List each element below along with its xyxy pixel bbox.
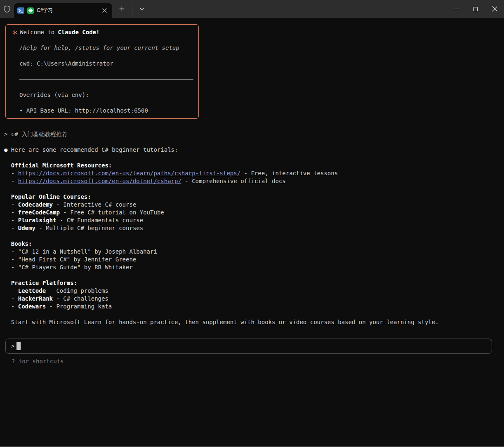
text-segment: - Free, interactive lessons xyxy=(240,170,338,176)
blank-line xyxy=(4,271,504,279)
list-item: - Codecademy - Interactive C# course xyxy=(4,201,504,209)
maximize-icon xyxy=(473,7,478,11)
text-segment: - Free C# tutorial on YouTube xyxy=(60,209,164,216)
section-heading: Practice Platforms: xyxy=(4,279,504,287)
text-cursor xyxy=(16,342,21,350)
text-segment: - xyxy=(4,209,18,216)
text-segment: Pluralsight xyxy=(18,217,57,224)
text-segment: LeetCode xyxy=(18,287,46,294)
text-segment: Books: xyxy=(11,240,32,247)
powershell-icon xyxy=(17,7,24,14)
shortcuts-hint: ? for shortcuts xyxy=(12,358,504,365)
text-segment: - "Head First C#" by Jennifer Greene xyxy=(4,256,136,263)
close-button[interactable] xyxy=(485,0,504,18)
maximize-button[interactable] xyxy=(466,0,485,18)
section-heading: Popular Online Courses: xyxy=(4,193,504,201)
terminal-content: Welcome to Claude Code! /help for help, … xyxy=(0,18,504,446)
claude-star-icon xyxy=(12,30,17,35)
list-item: - "Head First C#" by Jennifer Greene xyxy=(4,256,504,263)
list-item: - HackerRank - C# challenges xyxy=(4,295,504,303)
minimize-icon xyxy=(455,9,459,9)
closing-line: Start with Microsoft Learn for hands-on … xyxy=(4,318,504,326)
text-segment: Codewars xyxy=(18,303,46,310)
text-segment: Here are some recommended C# beginner tu… xyxy=(11,146,178,153)
text-segment: > xyxy=(4,131,11,137)
welcome-title-line: Welcome to Claude Code! xyxy=(12,28,195,36)
text-segment: - Comprehensive official docs xyxy=(181,178,286,184)
text-segment xyxy=(4,240,11,247)
list-item: - "C# 12 in a Nutshell" by Joseph Albaha… xyxy=(4,248,504,256)
titlebar-separator xyxy=(132,6,132,14)
tab-dropdown-button[interactable] xyxy=(136,3,148,15)
text-segment: - Coding problems xyxy=(46,287,108,294)
text-segment: ● xyxy=(4,146,11,153)
cwd-line: cwd: C:\Users\Administrator xyxy=(19,60,113,68)
assistant-intro-line: ● Here are some recommended C# beginner … xyxy=(4,146,504,154)
section-heading: Books: xyxy=(4,240,504,248)
blank-line xyxy=(4,185,504,193)
overrides-heading: Overrides (via env): xyxy=(19,91,89,99)
text-segment xyxy=(4,280,11,286)
text-segment: - "C# 12 in a Nutshell" by Joseph Albaha… xyxy=(4,248,157,255)
welcome-text: Welcome to xyxy=(20,28,54,36)
divider-line xyxy=(19,79,193,80)
text-segment: Start with Microsoft Learn for hands-on … xyxy=(4,319,439,325)
list-item: - LeetCode - Coding problems xyxy=(4,287,504,295)
list-item: - freeCodeCamp - Free C# tutorial on You… xyxy=(4,209,504,216)
text-segment: - xyxy=(4,295,18,302)
link-url[interactable]: https://docs.microsoft.com/en-us/dotnet/… xyxy=(18,178,181,184)
text-segment: - C# challenges xyxy=(53,295,108,302)
conversation-log: > c# 入门基础教程推荐 ● Here are some recommende… xyxy=(4,130,504,326)
text-segment xyxy=(4,193,11,200)
text-segment: Udemy xyxy=(18,225,35,231)
text-segment xyxy=(4,162,11,169)
text-segment: - xyxy=(4,303,18,310)
tab-title: C#学习 xyxy=(37,7,97,14)
claude-code-spark-icon xyxy=(27,7,34,14)
blank-line xyxy=(4,232,504,240)
prompt-input[interactable]: > xyxy=(5,339,492,354)
text-segment: - C# Fundamentals course xyxy=(56,217,143,224)
welcome-box: Welcome to Claude Code! /help for help, … xyxy=(5,24,199,119)
text-segment: - Programming kata xyxy=(46,303,112,310)
welcome-app-name: Claude Code! xyxy=(58,28,99,36)
text-segment: - xyxy=(4,201,18,208)
new-tab-button[interactable] xyxy=(115,3,128,15)
minimize-button[interactable] xyxy=(447,0,466,18)
titlebar: C#学习 xyxy=(0,0,504,18)
list-item: - Pluralsight - C# Fundamentals course xyxy=(4,216,504,224)
tab-csharp-study[interactable]: C#学习 xyxy=(14,3,112,18)
text-segment: - xyxy=(4,225,18,231)
text-segment: freeCodeCamp xyxy=(18,209,60,216)
list-item: - https://docs.microsoft.com/en-us/learn… xyxy=(4,169,504,177)
list-item: - Udemy - Multiple C# beginner courses xyxy=(4,224,504,232)
text-segment: - Interactive C# course xyxy=(53,201,136,208)
text-segment: - xyxy=(4,170,18,176)
close-icon xyxy=(492,6,497,12)
text-segment: - xyxy=(4,178,18,184)
text-segment: HackerRank xyxy=(18,295,53,302)
blank-line xyxy=(4,138,504,146)
blank-line xyxy=(4,311,504,318)
terminal-window: C#学习 xyxy=(0,0,504,447)
list-item: - https://docs.microsoft.com/en-us/dotne… xyxy=(4,177,504,185)
text-segment: Practice Platforms: xyxy=(11,280,77,286)
text-segment: Codecademy xyxy=(18,201,53,208)
blank-line xyxy=(4,154,504,162)
list-item: - "C# Players Guide" by RB Whitaker xyxy=(4,263,504,271)
prompt-char: > xyxy=(11,342,14,350)
text-segment: - xyxy=(4,217,18,224)
text-segment: - xyxy=(4,287,18,294)
text-segment: c# 入门基础教程推荐 xyxy=(11,131,68,137)
section-heading: Official Microsoft Resources: xyxy=(4,162,504,169)
text-segment: - "C# Players Guide" by RB Whitaker xyxy=(4,264,133,271)
user-prompt-line: > c# 入门基础教程推荐 xyxy=(4,130,504,138)
text-segment: Official Microsoft Resources: xyxy=(11,162,112,169)
tab-close-icon[interactable] xyxy=(100,6,109,15)
text-segment: - Multiple C# beginner courses xyxy=(35,225,143,231)
list-item: - Codewars - Programming kata xyxy=(4,303,504,311)
text-segment: Popular Online Courses: xyxy=(11,193,91,200)
admin-shield-icon xyxy=(0,0,14,18)
link-url[interactable]: https://docs.microsoft.com/en-us/learn/p… xyxy=(18,170,240,176)
help-hint-line: /help for help, /status for your current… xyxy=(19,44,179,52)
